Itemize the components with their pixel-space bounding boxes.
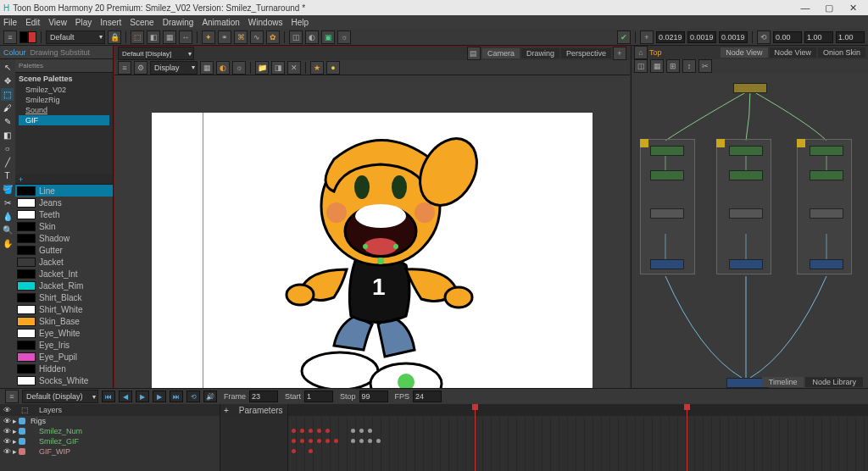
node[interactable] (729, 170, 763, 180)
menu-icon[interactable]: ≡ (3, 30, 17, 44)
move-tool[interactable]: ✥ (1, 75, 14, 87)
color-row[interactable]: Skin (15, 220, 113, 232)
plus-icon[interactable]: + (640, 30, 654, 44)
brush-tool[interactable]: 🖌 (1, 102, 14, 114)
layer-row[interactable]: 👁▸GIF_WIP (0, 446, 220, 457)
color-row[interactable]: Jacket (15, 256, 113, 268)
last-frame-button[interactable]: ⏭ (170, 391, 183, 402)
node[interactable] (650, 146, 684, 156)
color-row[interactable]: Line (15, 185, 113, 197)
lock-icon[interactable]: 🔒 (108, 30, 121, 44)
eraser-tool[interactable]: ◧ (1, 129, 14, 141)
color-row[interactable]: Jacket_Rim (15, 280, 113, 291)
tab-node-view[interactable]: Node View (721, 47, 767, 58)
tab-perspective[interactable]: Perspective (561, 48, 611, 58)
cam-render-icon[interactable]: ★ (310, 61, 324, 75)
node-btn-3[interactable]: ⊞ (666, 59, 680, 73)
loop-button[interactable]: ⟲ (186, 391, 200, 402)
layer-row[interactable]: 👁▸Smilez_GIF (0, 436, 220, 446)
minimize-button[interactable]: — (793, 3, 817, 13)
node[interactable] (810, 208, 843, 219)
transform-tool[interactable]: ⬚ (1, 88, 14, 101)
menu-windows[interactable]: Windows (248, 18, 283, 27)
pencil-tool[interactable]: ✎ (1, 115, 14, 128)
close-button[interactable]: ✕ (841, 3, 865, 14)
node-btn-4[interactable]: ↕ (682, 59, 696, 73)
next-frame-button[interactable]: ▶ (153, 391, 166, 402)
color-row[interactable]: Shadow (15, 232, 113, 244)
first-frame-button[interactable]: ⏮ (102, 391, 115, 402)
add-color-icon[interactable]: + (19, 175, 23, 184)
palette-item-selected[interactable]: GIF (19, 115, 109, 125)
text-tool[interactable]: T (1, 169, 14, 182)
curve-icon[interactable]: ∿ (250, 30, 264, 44)
cam-play-icon[interactable]: ● (326, 61, 340, 75)
palette-item[interactable]: Sound (19, 105, 109, 115)
color-row[interactable]: Shirt_White (15, 303, 113, 315)
paint-tool[interactable]: 🪣 (1, 183, 14, 196)
canvas[interactable]: 1 (114, 75, 630, 438)
dropper-tool[interactable]: 💧 (1, 210, 14, 223)
pb-menu[interactable]: ≡ (5, 390, 19, 403)
cam-x-icon[interactable]: ✕ (287, 61, 301, 75)
node[interactable] (650, 208, 684, 219)
node[interactable] (810, 259, 843, 269)
cam-menu-icon[interactable]: ≡ (118, 61, 131, 75)
menu-edit[interactable]: Edit (25, 18, 40, 27)
rotate-icon[interactable]: ⟲ (757, 30, 771, 44)
menu-animation[interactable]: Animation (202, 18, 239, 27)
color-row[interactable]: Hidden (15, 363, 113, 374)
tab-node-view-2[interactable]: Node View (770, 47, 816, 58)
pb-display-dropdown[interactable]: Default (Display) (22, 390, 98, 403)
display-dropdown[interactable]: Display (150, 61, 198, 75)
field-1[interactable]: 0.0219 (656, 31, 685, 43)
link-icon[interactable]: ⚭ (218, 30, 231, 44)
keyframe-row[interactable] (288, 436, 868, 446)
tab-drawing[interactable]: Drawing (521, 48, 559, 58)
field-2[interactable]: 0.0019 (687, 31, 716, 43)
shape-tool[interactable]: ○ (1, 142, 14, 155)
line-tool[interactable]: ╱ (1, 156, 14, 169)
color-row[interactable]: Eye_White (15, 327, 113, 339)
node-group[interactable] (716, 139, 771, 274)
add-tab-icon[interactable]: + (613, 47, 626, 60)
color-row[interactable]: Teeth (15, 208, 113, 220)
palette-item[interactable]: SmilezRig (19, 95, 109, 105)
field-6[interactable]: 1.00 (836, 31, 865, 43)
maximize-button[interactable]: ▢ (817, 3, 841, 14)
tab-node-library[interactable]: Node Library (805, 377, 863, 387)
camera-display-dropdown[interactable]: Default [Display] (118, 47, 194, 60)
play-button[interactable]: ▶ (136, 391, 149, 402)
tab-timeline[interactable]: Timeline (762, 377, 804, 387)
node[interactable] (810, 146, 843, 156)
menu-file[interactable]: File (3, 18, 17, 27)
hand-tool[interactable]: ✋ (1, 237, 14, 250)
frame-field[interactable]: 23 (249, 391, 278, 402)
cam-onion-icon[interactable]: ◐ (216, 61, 230, 75)
node-group[interactable] (797, 139, 852, 274)
node-root[interactable] (733, 83, 767, 93)
palette-item[interactable]: Smilez_V02 (19, 85, 109, 95)
top-btn[interactable]: ▤ (467, 47, 481, 60)
node[interactable] (810, 170, 843, 180)
cam-grid-icon[interactable]: ▦ (200, 61, 214, 75)
tool-2[interactable]: ◧ (147, 30, 160, 44)
zoom-tool[interactable]: 🔍 (1, 224, 14, 236)
node[interactable] (729, 208, 763, 219)
stop-field[interactable]: 99 (359, 391, 388, 402)
cam-layer-icon[interactable]: ◨ (271, 61, 285, 75)
menu-help[interactable]: Help (291, 18, 309, 27)
node[interactable] (650, 259, 684, 269)
workspace-dropdown[interactable]: Default (46, 30, 105, 44)
tab-onion-skin[interactable]: Onion Skin (818, 47, 865, 58)
camera-icon[interactable]: ▣ (321, 30, 335, 44)
ik-icon[interactable]: ✿ (266, 30, 280, 44)
colour-tab[interactable]: Colour Drawing Substitut (0, 46, 113, 59)
color-row[interactable]: Skin_Base (15, 315, 113, 327)
node[interactable] (650, 170, 684, 180)
color-row[interactable]: Jacket_Int (15, 268, 113, 280)
node[interactable] (729, 146, 763, 156)
node[interactable] (729, 259, 763, 269)
menu-insert[interactable]: Insert (100, 18, 121, 27)
prev-frame-button[interactable]: ◀ (119, 391, 132, 402)
